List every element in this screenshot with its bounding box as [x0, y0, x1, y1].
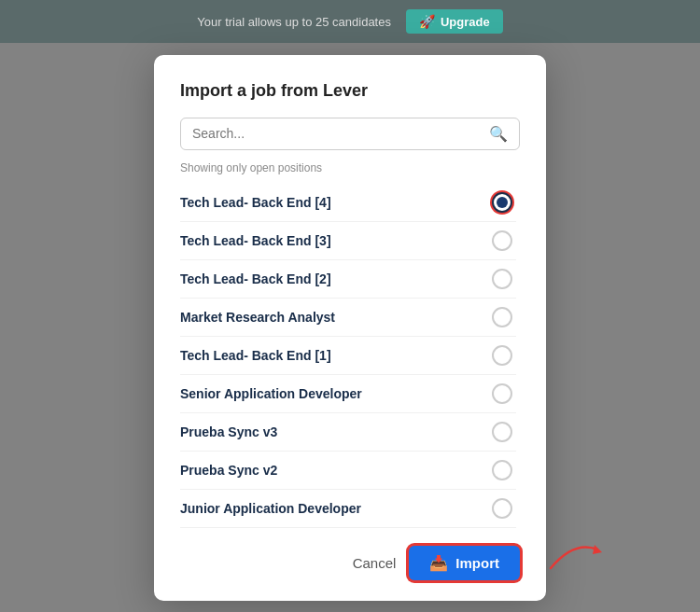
svg-marker-0 [593, 545, 602, 554]
list-item[interactable]: Tech Lead- Back End [4] [180, 184, 516, 222]
upgrade-label: Upgrade [441, 15, 490, 29]
cancel-button[interactable]: Cancel [353, 555, 397, 571]
import-dialog: Import a job from Lever 🔍 Showing only o… [154, 55, 546, 601]
overlay-background: Import a job from Lever 🔍 Showing only o… [0, 43, 700, 612]
radio-button[interactable] [492, 498, 512, 519]
trial-banner: Your trial allows up to 25 candidates 🚀 … [0, 0, 700, 43]
list-item[interactable]: Prueba Sync v2 [180, 452, 516, 490]
list-item[interactable]: Market Research Analyst [180, 299, 516, 337]
showing-subtitle: Showing only open positions [180, 161, 520, 174]
job-list: Tech Lead- Back End [4]Tech Lead- Back E… [180, 184, 520, 529]
list-item[interactable]: Junior Application Developer [180, 490, 516, 528]
job-label: Tech Lead- Back End [3] [180, 233, 331, 248]
list-item[interactable]: Tech Lead- Back End [3] [180, 222, 516, 260]
job-list-wrapper: Tech Lead- Back End [4]Tech Lead- Back E… [180, 184, 520, 529]
radio-button[interactable] [492, 307, 512, 327]
list-item[interactable]: Prueba Sync v3 [180, 413, 516, 452]
job-label: Tech Lead- Back End [4] [180, 195, 331, 210]
radio-button[interactable] [492, 230, 512, 251]
job-label: Tech Lead- Back End [2] [180, 271, 331, 286]
search-icon: 🔍 [489, 125, 508, 143]
list-item[interactable]: Tech Lead- Back End [1] [180, 337, 516, 375]
list-item[interactable]: Tech Lead- Back End [2] [180, 260, 516, 299]
rocket-icon: 🚀 [419, 14, 435, 29]
upgrade-button[interactable]: 🚀 Upgrade [406, 9, 503, 34]
list-item[interactable]: Remote Senior Web3 Developer [180, 528, 516, 529]
job-label: Tech Lead- Back End [1] [180, 348, 331, 363]
dialog-footer: Cancel 📥 Import [180, 546, 520, 580]
list-item[interactable]: Senior Application Developer [180, 375, 516, 413]
radio-button[interactable] [492, 345, 512, 366]
arrow-indicator [546, 536, 602, 573]
import-icon: 📥 [429, 554, 448, 572]
dialog-title: Import a job from Lever [180, 81, 520, 101]
job-label: Market Research Analyst [180, 310, 335, 325]
radio-button[interactable] [492, 460, 512, 480]
import-label: Import [455, 555, 499, 571]
radio-button[interactable] [492, 269, 512, 289]
job-label: Prueba Sync v3 [180, 424, 277, 439]
search-input[interactable] [192, 126, 489, 141]
job-label: Junior Application Developer [180, 501, 361, 516]
banner-text: Your trial allows up to 25 candidates [197, 15, 391, 29]
search-container: 🔍 [180, 118, 520, 150]
radio-button[interactable] [492, 383, 512, 404]
job-label: Senior Application Developer [180, 386, 362, 401]
job-label: Prueba Sync v2 [180, 463, 277, 478]
radio-button[interactable] [492, 422, 512, 442]
import-button[interactable]: 📥 Import [409, 546, 520, 580]
radio-button[interactable] [492, 192, 512, 213]
